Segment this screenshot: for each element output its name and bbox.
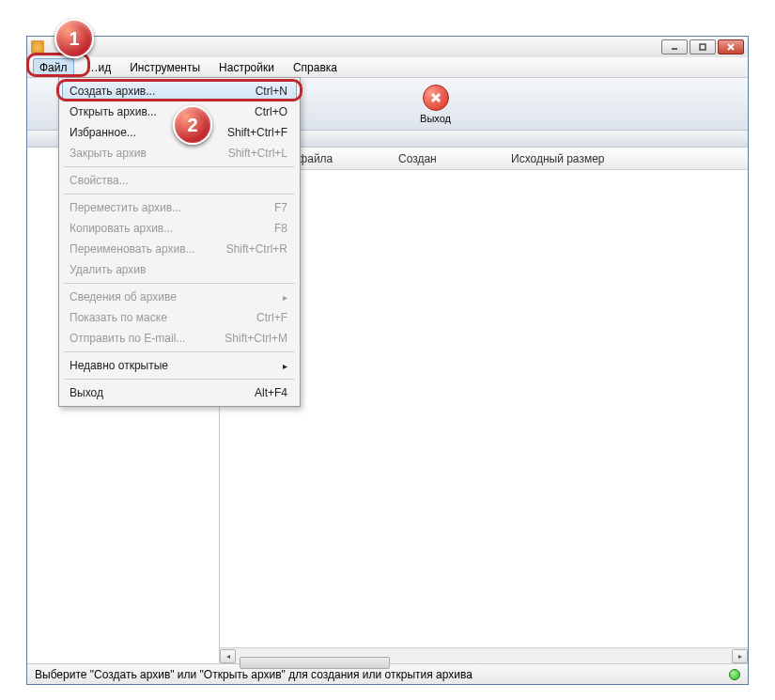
menu-item-show-by-mask: Показать по маскеCtrl+F bbox=[62, 307, 297, 328]
menu-item-create-archive[interactable]: Создать архив...Ctrl+N bbox=[62, 81, 297, 101]
horizontal-scrollbar[interactable]: ◂ ▸ bbox=[220, 647, 748, 663]
menu-separator bbox=[64, 166, 295, 167]
menu-separator bbox=[64, 351, 295, 352]
menu-view[interactable]: …ид bbox=[82, 59, 117, 76]
menu-separator bbox=[64, 283, 295, 284]
menu-separator bbox=[64, 194, 295, 194]
toolbar-exit-button[interactable]: Выход bbox=[412, 83, 458, 126]
scroll-right-button[interactable]: ▸ bbox=[732, 649, 748, 663]
status-led-icon bbox=[729, 669, 740, 680]
menu-help[interactable]: Справка bbox=[287, 59, 343, 76]
status-text: Выберите "Создать архив" или "Открыть ар… bbox=[35, 668, 473, 681]
col-origsize[interactable]: Исходный размер bbox=[502, 152, 643, 165]
menu-file[interactable]: Файл bbox=[33, 58, 74, 77]
scroll-left-button[interactable]: ◂ bbox=[220, 649, 236, 663]
menu-item-move-archive: Переместить архив...F7 bbox=[62, 197, 297, 218]
toolbar-exit-label: Выход bbox=[420, 113, 451, 124]
callout-badge-2: 2 bbox=[173, 105, 212, 145]
maximize-button[interactable] bbox=[690, 39, 716, 54]
svg-rect-1 bbox=[700, 44, 705, 50]
app-icon bbox=[31, 40, 44, 54]
menu-separator bbox=[64, 379, 295, 380]
col-created[interactable]: Создан bbox=[389, 152, 502, 165]
menubar: Файл …ид Инструменты Настройки Справка bbox=[27, 57, 748, 78]
menu-item-exit[interactable]: ВыходAlt+F4 bbox=[62, 382, 297, 403]
menu-item-archive-info: Сведения об архиве bbox=[62, 287, 297, 307]
menu-item-close-archive: Закрыть архивShift+Ctrl+L bbox=[62, 143, 297, 163]
menu-item-copy-archive: Копировать архив...F8 bbox=[62, 218, 297, 239]
scroll-thumb[interactable] bbox=[240, 657, 390, 669]
menu-item-recent[interactable]: Недавно открытые bbox=[62, 355, 297, 376]
menu-item-send-email: Отправить по E-mail...Shift+Ctrl+M bbox=[62, 328, 297, 349]
minimize-button[interactable] bbox=[661, 39, 688, 54]
menu-item-properties: Свойства... bbox=[62, 170, 297, 191]
close-button[interactable] bbox=[718, 39, 744, 54]
callout-badge-1: 1 bbox=[54, 19, 94, 58]
menu-item-delete-archive: Удалить архив bbox=[62, 259, 297, 280]
menu-settings[interactable]: Настройки bbox=[213, 59, 280, 76]
menu-tools[interactable]: Инструменты bbox=[124, 59, 206, 76]
menu-item-rename-archive: Переименовать архив...Shift+Ctrl+R bbox=[62, 239, 297, 259]
exit-icon bbox=[423, 85, 449, 111]
titlebar bbox=[27, 37, 748, 57]
